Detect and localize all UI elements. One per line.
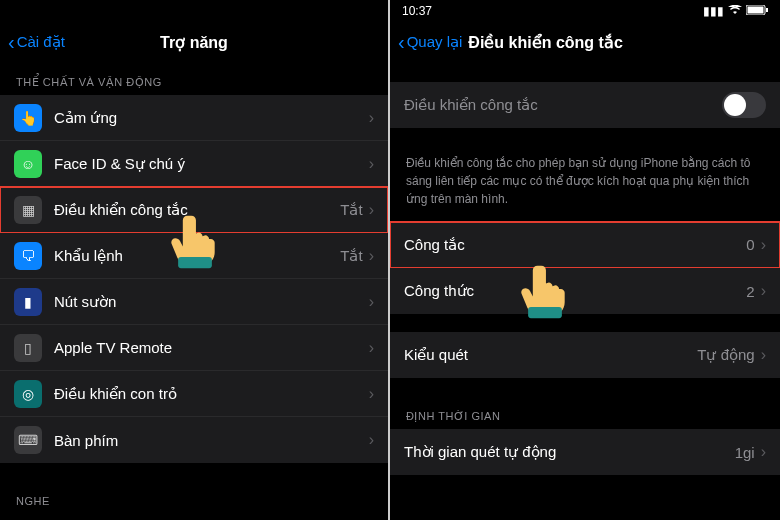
- settings-group: Điều khiển công tắc: [390, 82, 780, 128]
- chevron-right-icon: ›: [761, 282, 766, 300]
- toggle-switch[interactable]: [722, 92, 766, 118]
- row-label: Khẩu lệnh: [54, 247, 340, 265]
- phone-screen-right: 10:37 ▮▮▮ ‹ Quay lại Điều khiển công tắc…: [390, 0, 780, 520]
- chevron-right-icon: ›: [369, 155, 374, 173]
- chevron-left-icon: ‹: [8, 32, 15, 52]
- settings-group: Công tắc 0 › Công thức 2 ›: [390, 222, 780, 314]
- wifi-icon: [728, 4, 742, 18]
- row-label: Kiểu quét: [404, 346, 697, 364]
- status-bar: [0, 0, 388, 22]
- side-button-icon: ▮: [14, 288, 42, 316]
- row-switch-control-toggle[interactable]: Điều khiển công tắc: [390, 82, 780, 128]
- back-button[interactable]: ‹ Cài đặt: [8, 32, 65, 52]
- row-voice[interactable]: 🗨 Khẩu lệnh Tắt ›: [0, 233, 388, 279]
- tv-remote-icon: ▯: [14, 334, 42, 362]
- signal-icon: ▮▮▮: [703, 4, 724, 18]
- chevron-right-icon: ›: [369, 385, 374, 403]
- back-label: Cài đặt: [17, 33, 65, 51]
- row-tv-remote[interactable]: ▯ Apple TV Remote ›: [0, 325, 388, 371]
- row-value: Tắt: [340, 201, 362, 219]
- section-header: NGHE: [0, 481, 388, 513]
- row-label: Nút sườn: [54, 293, 369, 311]
- row-side-button[interactable]: ▮ Nút sườn ›: [0, 279, 388, 325]
- row-label: Điều khiển con trỏ: [54, 385, 369, 403]
- page-title: Trợ năng: [160, 33, 228, 52]
- section-header: ĐỊNH THỜI GIAN: [390, 396, 780, 429]
- row-value: 1gi: [735, 444, 755, 461]
- chevron-right-icon: ›: [761, 443, 766, 461]
- chevron-right-icon: ›: [761, 346, 766, 364]
- row-label: Thời gian quét tự động: [404, 443, 735, 461]
- row-faceid[interactable]: ☺ Face ID & Sự chú ý ›: [0, 141, 388, 187]
- row-value: Tự động: [697, 346, 754, 364]
- row-label: Công thức: [404, 282, 746, 300]
- phone-screen-left: ‹ Cài đặt Trợ năng THỂ CHẤT VÀ VẬN ĐỘNG …: [0, 0, 390, 520]
- description-text: Điều khiển công tắc cho phép bạn sử dụng…: [390, 146, 780, 222]
- switch-control-icon: ▦: [14, 196, 42, 224]
- chevron-right-icon: ›: [761, 236, 766, 254]
- svg-rect-2: [748, 7, 764, 14]
- toggle-knob: [724, 94, 746, 116]
- touch-icon: 👆: [14, 104, 42, 132]
- row-label: Điều khiển công tắc: [54, 201, 340, 219]
- row-label: Apple TV Remote: [54, 339, 369, 356]
- keyboard-icon: ⌨: [14, 426, 42, 454]
- row-auto-scan-time[interactable]: Thời gian quét tự động 1gi ›: [390, 429, 780, 475]
- chevron-right-icon: ›: [369, 247, 374, 265]
- voice-icon: 🗨: [14, 242, 42, 270]
- row-switches[interactable]: Công tắc 0 ›: [390, 222, 780, 268]
- row-recipes[interactable]: Công thức 2 ›: [390, 268, 780, 314]
- row-label: Điều khiển công tắc: [404, 96, 722, 114]
- chevron-left-icon: ‹: [398, 32, 405, 52]
- section-header: THỂ CHẤT VÀ VẬN ĐỘNG: [0, 62, 388, 95]
- row-switch-control[interactable]: ▦ Điều khiển công tắc Tắt ›: [0, 187, 388, 233]
- back-label: Quay lại: [407, 33, 463, 51]
- row-label: Face ID & Sự chú ý: [54, 155, 369, 173]
- faceid-icon: ☺: [14, 150, 42, 178]
- row-label: Bàn phím: [54, 432, 369, 449]
- row-pointer[interactable]: ◎ Điều khiển con trỏ ›: [0, 371, 388, 417]
- row-label: Cảm ứng: [54, 109, 369, 127]
- row-value: Tắt: [340, 247, 362, 265]
- pointer-icon: ◎: [14, 380, 42, 408]
- battery-icon: [746, 4, 768, 18]
- status-time: 10:37: [402, 4, 432, 18]
- row-touch[interactable]: 👆 Cảm ứng ›: [0, 95, 388, 141]
- settings-group: Kiểu quét Tự động ›: [390, 332, 780, 378]
- page-title: Điều khiển công tắc: [468, 33, 622, 52]
- chevron-right-icon: ›: [369, 293, 374, 311]
- chevron-right-icon: ›: [369, 109, 374, 127]
- status-bar: 10:37 ▮▮▮: [390, 0, 780, 22]
- chevron-right-icon: ›: [369, 339, 374, 357]
- row-label: Công tắc: [404, 236, 746, 254]
- svg-rect-3: [766, 8, 768, 12]
- row-value: 0: [746, 236, 754, 253]
- nav-bar: ‹ Cài đặt Trợ năng: [0, 22, 388, 62]
- settings-group: Thời gian quét tự động 1gi ›: [390, 429, 780, 475]
- nav-bar: ‹ Quay lại Điều khiển công tắc: [390, 22, 780, 62]
- chevron-right-icon: ›: [369, 201, 374, 219]
- row-keyboard[interactable]: ⌨ Bàn phím ›: [0, 417, 388, 463]
- chevron-right-icon: ›: [369, 431, 374, 449]
- row-value: 2: [746, 283, 754, 300]
- back-button[interactable]: ‹ Quay lại: [398, 32, 462, 52]
- settings-group: 👆 Cảm ứng › ☺ Face ID & Sự chú ý › ▦ Điề…: [0, 95, 388, 463]
- row-scan-style[interactable]: Kiểu quét Tự động ›: [390, 332, 780, 378]
